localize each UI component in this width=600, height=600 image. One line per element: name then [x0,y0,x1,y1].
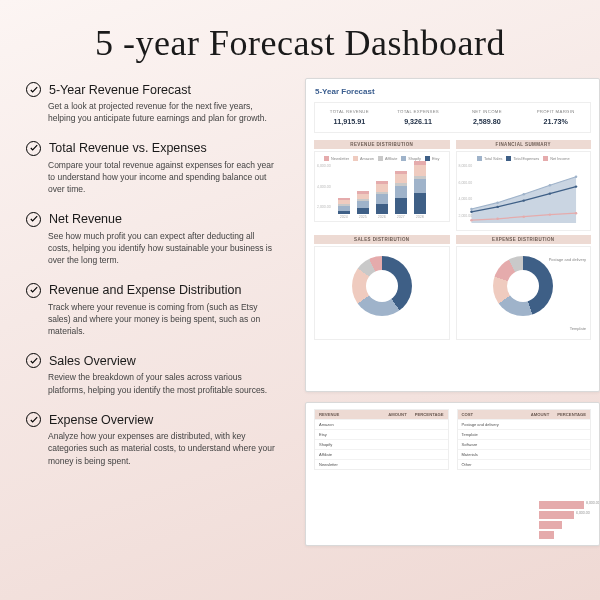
svg-point-12 [522,216,525,218]
svg-point-1 [496,202,499,204]
check-icon [26,212,41,227]
feature-title: Sales Overview [49,354,136,368]
table-row: Shopify [315,439,448,449]
forecast-card: 5-Year Forecast TOTAL REVENUE11,915.91 T… [305,78,600,392]
table-row: Amazon [315,419,448,429]
table-row: Materials [458,449,591,459]
feature-title: Total Revenue vs. Expenses [49,141,207,155]
feature-title: Revenue and Expense Distribution [49,283,241,297]
svg-point-10 [470,219,473,221]
section-header: REVENUE DISTRIBUTION [314,140,450,149]
mini-bar-chart: 8,000.00 6,000.00 [539,469,589,539]
feature-item: Total Revenue vs. Expenses Compare your … [26,141,306,196]
table-row: Template [458,429,591,439]
table-row: Newsletter [315,459,448,469]
feature-title: Net Revenue [49,212,122,226]
check-icon [26,82,41,97]
feature-item: Sales Overview Review the breakdown of y… [26,353,306,396]
feature-item: Expense Overview Analyze how your expens… [26,412,306,467]
feature-title: 5-Year Revenue Forecast [49,83,191,97]
kpi: TOTAL REVENUE11,915.91 [315,109,384,126]
check-icon [26,141,41,156]
svg-point-11 [496,218,499,220]
svg-point-13 [548,213,551,215]
section-header: SALES DISTRIBUTION [314,235,450,244]
section-header: EXPENSE DISTRIBUTION [456,235,592,244]
kpi-row: TOTAL REVENUE11,915.91 TOTAL EXPENSES9,3… [314,102,591,133]
table-row: Software [458,439,591,449]
cost-table: COSTAMOUNTPERCENTAGE Postage and deliver… [457,409,592,470]
svg-point-8 [548,192,551,194]
dashboard-previews: 5-Year Forecast TOTAL REVENUE11,915.91 T… [305,78,600,546]
card-title: 5-Year Forecast [306,79,599,99]
financial-area-chart: Total Sales Total Expenses Net Income 8,… [456,151,592,231]
feature-item: 5-Year Revenue Forecast Get a look at pr… [26,82,306,125]
table-row: Other [458,459,591,469]
sales-donut [314,246,450,340]
revenue-table: REVENUEAMOUNTPERCENTAGE AmazonEtsyShopif… [314,409,449,470]
feature-desc: Analyze how your expenses are distribute… [26,430,278,467]
svg-point-7 [522,199,525,201]
feature-title: Expense Overview [49,413,153,427]
kpi: NET INCOME2,589.80 [453,109,522,126]
table-row: Postage and delivery [458,419,591,429]
svg-point-2 [522,193,525,195]
table-row: Affiliate [315,449,448,459]
feature-desc: Get a look at projected revenue for the … [26,100,278,125]
svg-point-14 [574,212,577,214]
feature-desc: Track where your revenue is coming from … [26,301,278,338]
svg-point-4 [574,176,577,178]
svg-point-6 [496,206,499,208]
table-row: Etsy [315,429,448,439]
section-header: FINANCIAL SUMMARY [456,140,592,149]
svg-point-9 [574,185,577,187]
feature-desc: Review the breakdown of your sales acros… [26,371,278,396]
revenue-bar-chart: Newsletter Amazon Affiliate Shopify Etsy… [314,151,450,222]
expense-donut: Postage and delivery Template [456,246,592,340]
feature-list: 5-Year Revenue Forecast Get a look at pr… [0,78,306,483]
check-icon [26,283,41,298]
tables-card: REVENUEAMOUNTPERCENTAGE AmazonEtsyShopif… [305,402,600,546]
feature-desc: See how much profit you can expect after… [26,230,278,267]
feature-item: Net Revenue See how much profit you can … [26,212,306,267]
kpi: PROFIT MARGIN21.73% [521,109,590,126]
check-icon [26,412,41,427]
feature-desc: Compare your total revenue against expen… [26,159,278,196]
feature-item: Revenue and Expense Distribution Track w… [26,283,306,338]
kpi: TOTAL EXPENSES9,326.11 [384,109,453,126]
svg-point-3 [548,184,551,186]
page-title: 5 -year Forecast Dashboard [0,0,600,78]
check-icon [26,353,41,368]
